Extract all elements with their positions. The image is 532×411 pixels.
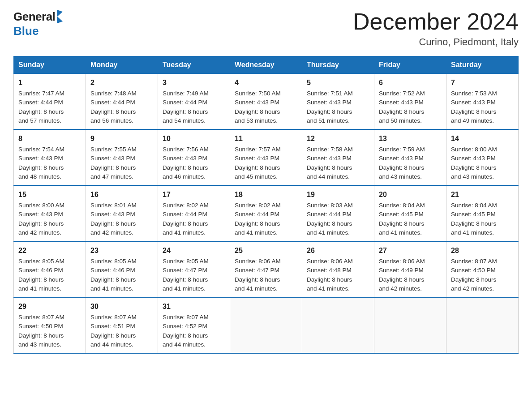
header-saturday: Saturday <box>446 56 519 74</box>
day-info: Sunrise: 8:00 AMSunset: 4:43 PMDaylight:… <box>451 146 497 180</box>
day-info: Sunrise: 7:48 AMSunset: 4:44 PMDaylight:… <box>90 90 137 124</box>
calendar-cell: 23 Sunrise: 8:05 AMSunset: 4:46 PMDaylig… <box>86 241 158 297</box>
calendar-cell: 3 Sunrise: 7:49 AMSunset: 4:44 PMDayligh… <box>158 74 230 130</box>
calendar-cell: 16 Sunrise: 8:01 AMSunset: 4:43 PMDaylig… <box>86 185 158 241</box>
day-info: Sunrise: 8:05 AMSunset: 4:46 PMDaylight:… <box>90 258 137 292</box>
calendar-cell: 12 Sunrise: 7:58 AMSunset: 4:43 PMDaylig… <box>302 129 374 185</box>
day-info: Sunrise: 7:50 AMSunset: 4:43 PMDaylight:… <box>235 90 281 124</box>
day-info: Sunrise: 7:54 AMSunset: 4:43 PMDaylight:… <box>18 146 64 180</box>
logo-general-text: General <box>13 10 55 24</box>
calendar-header: Sunday Monday Tuesday Wednesday Thursday… <box>14 56 519 74</box>
day-info: Sunrise: 8:07 AMSunset: 4:50 PMDaylight:… <box>18 314 64 348</box>
header-wednesday: Wednesday <box>230 56 302 74</box>
week-row-4: 22 Sunrise: 8:05 AMSunset: 4:46 PMDaylig… <box>14 241 519 297</box>
day-number: 9 <box>90 133 153 144</box>
day-number: 20 <box>379 189 442 200</box>
day-info: Sunrise: 7:59 AMSunset: 4:43 PMDaylight:… <box>379 146 425 180</box>
calendar-cell: 4 Sunrise: 7:50 AMSunset: 4:43 PMDayligh… <box>230 74 302 130</box>
calendar-cell: 5 Sunrise: 7:51 AMSunset: 4:43 PMDayligh… <box>302 74 374 130</box>
day-number: 21 <box>451 189 514 200</box>
day-info: Sunrise: 7:53 AMSunset: 4:43 PMDaylight:… <box>451 90 497 124</box>
calendar-cell: 9 Sunrise: 7:55 AMSunset: 4:43 PMDayligh… <box>86 129 158 185</box>
day-info: Sunrise: 8:05 AMSunset: 4:47 PMDaylight:… <box>163 258 209 292</box>
day-info: Sunrise: 8:04 AMSunset: 4:45 PMDaylight:… <box>451 202 497 236</box>
day-number: 16 <box>90 189 153 200</box>
calendar-cell: 15 Sunrise: 8:00 AMSunset: 4:43 PMDaylig… <box>14 185 86 241</box>
calendar-cell: 17 Sunrise: 8:02 AMSunset: 4:44 PMDaylig… <box>158 185 230 241</box>
day-number: 26 <box>307 245 369 256</box>
header-thursday: Thursday <box>302 56 374 74</box>
day-number: 5 <box>307 77 369 88</box>
calendar-cell: 21 Sunrise: 8:04 AMSunset: 4:45 PMDaylig… <box>446 185 519 241</box>
calendar-cell: 19 Sunrise: 8:03 AMSunset: 4:44 PMDaylig… <box>302 185 374 241</box>
day-info: Sunrise: 8:05 AMSunset: 4:46 PMDaylight:… <box>18 258 64 292</box>
day-info: Sunrise: 7:49 AMSunset: 4:44 PMDaylight:… <box>163 90 209 124</box>
calendar-cell: 31 Sunrise: 8:07 AMSunset: 4:52 PMDaylig… <box>158 297 230 353</box>
day-number: 4 <box>235 77 297 88</box>
logo: General Blue <box>13 9 63 38</box>
calendar-cell: 11 Sunrise: 7:57 AMSunset: 4:43 PMDaylig… <box>230 129 302 185</box>
calendar-cell: 13 Sunrise: 7:59 AMSunset: 4:43 PMDaylig… <box>374 129 446 185</box>
day-info: Sunrise: 8:00 AMSunset: 4:43 PMDaylight:… <box>18 202 64 236</box>
day-number: 18 <box>235 189 297 200</box>
day-number: 1 <box>18 77 81 88</box>
calendar-cell <box>374 297 446 353</box>
calendar-cell: 25 Sunrise: 8:06 AMSunset: 4:47 PMDaylig… <box>230 241 302 297</box>
calendar-body: 1 Sunrise: 7:47 AMSunset: 4:44 PMDayligh… <box>14 74 519 354</box>
day-number: 13 <box>379 133 442 144</box>
day-info: Sunrise: 8:06 AMSunset: 4:49 PMDaylight:… <box>379 258 425 292</box>
day-info: Sunrise: 7:58 AMSunset: 4:43 PMDaylight:… <box>307 146 353 180</box>
day-number: 29 <box>18 301 81 312</box>
calendar-cell: 20 Sunrise: 8:04 AMSunset: 4:45 PMDaylig… <box>374 185 446 241</box>
week-row-1: 1 Sunrise: 7:47 AMSunset: 4:44 PMDayligh… <box>14 74 519 130</box>
week-row-5: 29 Sunrise: 8:07 AMSunset: 4:50 PMDaylig… <box>14 297 519 353</box>
header-tuesday: Tuesday <box>158 56 230 74</box>
day-number: 23 <box>90 245 153 256</box>
day-info: Sunrise: 8:06 AMSunset: 4:47 PMDaylight:… <box>235 258 281 292</box>
day-number: 7 <box>451 77 514 88</box>
calendar-cell: 7 Sunrise: 7:53 AMSunset: 4:43 PMDayligh… <box>446 74 519 130</box>
day-info: Sunrise: 7:55 AMSunset: 4:43 PMDaylight:… <box>90 146 137 180</box>
month-title: December 2024 <box>353 9 519 34</box>
day-number: 14 <box>451 133 514 144</box>
day-number: 12 <box>307 133 369 144</box>
calendar-table: Sunday Monday Tuesday Wednesday Thursday… <box>13 56 519 354</box>
day-number: 19 <box>307 189 369 200</box>
day-info: Sunrise: 8:02 AMSunset: 4:44 PMDaylight:… <box>235 202 281 236</box>
header-friday: Friday <box>374 56 446 74</box>
day-info: Sunrise: 8:01 AMSunset: 4:43 PMDaylight:… <box>90 202 137 236</box>
day-number: 11 <box>235 133 297 144</box>
calendar-cell: 24 Sunrise: 8:05 AMSunset: 4:47 PMDaylig… <box>158 241 230 297</box>
calendar-cell: 2 Sunrise: 7:48 AMSunset: 4:44 PMDayligh… <box>86 74 158 130</box>
day-number: 25 <box>235 245 297 256</box>
header-row: Sunday Monday Tuesday Wednesday Thursday… <box>14 56 519 74</box>
day-number: 6 <box>379 77 442 88</box>
day-info: Sunrise: 8:07 AMSunset: 4:52 PMDaylight:… <box>163 314 209 348</box>
calendar-cell: 6 Sunrise: 7:52 AMSunset: 4:43 PMDayligh… <box>374 74 446 130</box>
day-info: Sunrise: 7:57 AMSunset: 4:43 PMDaylight:… <box>235 146 281 180</box>
header-monday: Monday <box>86 56 158 74</box>
day-number: 10 <box>163 133 225 144</box>
calendar-cell: 29 Sunrise: 8:07 AMSunset: 4:50 PMDaylig… <box>14 297 86 353</box>
day-info: Sunrise: 8:04 AMSunset: 4:45 PMDaylight:… <box>379 202 425 236</box>
calendar-cell: 27 Sunrise: 8:06 AMSunset: 4:49 PMDaylig… <box>374 241 446 297</box>
calendar-cell: 18 Sunrise: 8:02 AMSunset: 4:44 PMDaylig… <box>230 185 302 241</box>
week-row-3: 15 Sunrise: 8:00 AMSunset: 4:43 PMDaylig… <box>14 185 519 241</box>
day-info: Sunrise: 8:07 AMSunset: 4:51 PMDaylight:… <box>90 314 137 348</box>
page-header: General Blue December 2024 Curino, Piedm… <box>13 9 519 48</box>
calendar-cell: 10 Sunrise: 7:56 AMSunset: 4:43 PMDaylig… <box>158 129 230 185</box>
calendar-cell: 22 Sunrise: 8:05 AMSunset: 4:46 PMDaylig… <box>14 241 86 297</box>
logo-blue-text: Blue <box>13 24 39 38</box>
day-info: Sunrise: 8:07 AMSunset: 4:50 PMDaylight:… <box>451 258 497 292</box>
day-info: Sunrise: 8:03 AMSunset: 4:44 PMDaylight:… <box>307 202 353 236</box>
week-row-2: 8 Sunrise: 7:54 AMSunset: 4:43 PMDayligh… <box>14 129 519 185</box>
calendar-cell: 1 Sunrise: 7:47 AMSunset: 4:44 PMDayligh… <box>14 74 86 130</box>
day-info: Sunrise: 7:51 AMSunset: 4:43 PMDaylight:… <box>307 90 353 124</box>
title-block: December 2024 Curino, Piedmont, Italy <box>353 9 519 48</box>
day-number: 17 <box>163 189 225 200</box>
calendar-cell <box>230 297 302 353</box>
header-sunday: Sunday <box>14 56 86 74</box>
day-info: Sunrise: 7:47 AMSunset: 4:44 PMDaylight:… <box>18 90 64 124</box>
calendar-cell: 30 Sunrise: 8:07 AMSunset: 4:51 PMDaylig… <box>86 297 158 353</box>
calendar-cell: 14 Sunrise: 8:00 AMSunset: 4:43 PMDaylig… <box>446 129 519 185</box>
